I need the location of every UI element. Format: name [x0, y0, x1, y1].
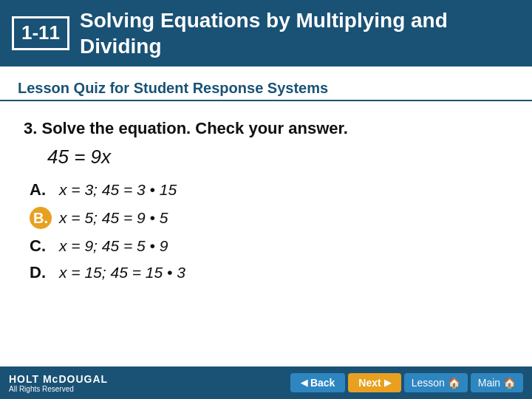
equation-display: 45 = 9x [47, 146, 508, 168]
answer-text-b: x = 5; 45 = 9 • 5 [59, 209, 168, 227]
lesson-badge: 1-11 [12, 16, 69, 50]
answer-b: B. x = 5; 45 = 9 • 5 [30, 207, 508, 229]
footer-logo: HOLT McDOUGAL All Rights Reserved [9, 373, 108, 393]
answer-letter-d: D. [30, 263, 53, 282]
header-title: Solving Equations by Multiplying and Div… [80, 7, 448, 59]
main-icon: 🏠 [503, 377, 516, 389]
back-arrow-icon: ◀ [301, 378, 307, 388]
answer-letter-b: B. [30, 207, 52, 229]
next-button[interactable]: Next ▶ [348, 373, 400, 392]
footer-nav: ◀ Back Next ▶ Lesson 🏠 Main 🏠 [290, 373, 523, 392]
next-arrow-icon: ▶ [384, 378, 391, 388]
page-header: 1-11 Solving Equations by Multiplying an… [0, 0, 532, 66]
answer-c: C. x = 9; 45 = 5 • 9 [30, 236, 508, 256]
answer-text-a: x = 3; 45 = 3 • 15 [59, 181, 177, 199]
answer-letter-a: A. [30, 180, 53, 200]
lesson-icon: 🏠 [448, 377, 460, 389]
answer-text-d: x = 15; 45 = 15 • 3 [59, 264, 185, 282]
page-footer: HOLT McDOUGAL All Rights Reserved ◀ Back… [0, 366, 532, 399]
answer-letter-c: C. [30, 236, 53, 256]
answer-text-c: x = 9; 45 = 5 • 9 [59, 237, 168, 255]
answer-list: A. x = 3; 45 = 3 • 15 B. x = 5; 45 = 9 •… [24, 180, 508, 282]
logo-sub: All Rights Reserved [9, 385, 74, 393]
answer-a: A. x = 3; 45 = 3 • 15 [30, 180, 508, 200]
lesson-subtitle: Lesson Quiz for Student Response Systems [0, 66, 532, 101]
question-text: 3. Solve the equation. Check your answer… [24, 119, 508, 138]
main-content: 3. Solve the equation. Check your answer… [0, 109, 532, 290]
main-button[interactable]: Main 🏠 [471, 373, 523, 392]
back-button[interactable]: ◀ Back [290, 373, 345, 392]
lesson-button[interactable]: Lesson 🏠 [404, 373, 468, 392]
logo-main: HOLT McDOUGAL [9, 373, 108, 385]
answer-d: D. x = 15; 45 = 15 • 3 [30, 263, 508, 282]
